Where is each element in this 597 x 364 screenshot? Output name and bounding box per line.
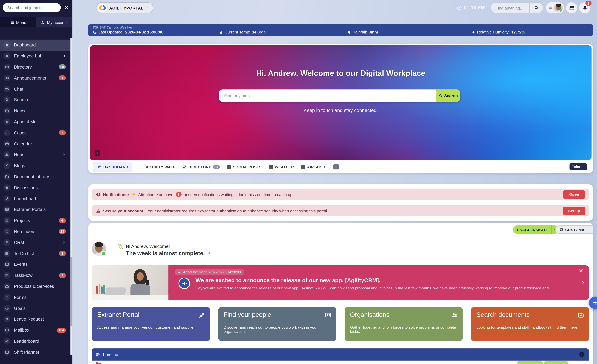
- chevron-right-icon[interactable]: [581, 280, 586, 286]
- sidebar-item-blogs[interactable]: Blogs: [0, 160, 71, 171]
- tab-weather[interactable]: WEATHER: [269, 165, 294, 169]
- setup-2fa-button[interactable]: Set up: [563, 206, 585, 215]
- sidebar-item-directory[interactable]: Directory30: [0, 62, 71, 72]
- bell-icon: [131, 192, 136, 197]
- dashboard-tabs: DASHBOARD ACTIVITY WALL DIRECTORY 30 SOC…: [90, 160, 592, 173]
- card-organisations[interactable]: Organisations Gather together and join f…: [345, 307, 463, 341]
- sidebar-scrollbar[interactable]: [71, 38, 72, 355]
- card-search-documents[interactable]: Search documents Looking for templates a…: [471, 307, 589, 341]
- sidebar-item-todo-list[interactable]: To-Do List1: [0, 248, 71, 259]
- sidebar-item-mailbox[interactable]: Mailbox134: [0, 325, 71, 336]
- sidebar-item-forms[interactable]: Forms: [0, 292, 71, 303]
- folder-plus-icon: [578, 312, 584, 318]
- weather-temp: Current Temp:34.06°C: [219, 30, 267, 34]
- person-check-icon: [3, 119, 10, 125]
- sidebar-item-news[interactable]: News: [0, 105, 71, 116]
- sidebar-item-shift-planner[interactable]: Shift Planner: [0, 347, 71, 357]
- rocket-icon: [198, 312, 205, 318]
- weather-humidity: Relative Humidity:17.72%: [471, 30, 525, 34]
- calendar-button[interactable]: [566, 2, 577, 13]
- thermometer-icon: [219, 30, 223, 34]
- avatar: [554, 3, 563, 12]
- card-extranet-portal[interactable]: Extranet Portal Access and manage your v…: [92, 307, 210, 341]
- sidebar-tab-menu[interactable]: Menu: [0, 17, 36, 27]
- sidebar-scrollbar-thumb[interactable]: [71, 257, 72, 326]
- sidebar-item-employee-hub[interactable]: Employee hub: [0, 51, 71, 62]
- sidebar-item-announcements[interactable]: Announcements1: [0, 72, 71, 83]
- calendar-icon: [569, 5, 574, 10]
- timeline-info-icon[interactable]: [579, 351, 585, 357]
- sidebar-item-calendar[interactable]: Calendar: [0, 138, 71, 149]
- announcement-body: Hey,We are excited to announce the relea…: [196, 286, 562, 290]
- announcement-image: [92, 265, 168, 300]
- sidebar-item-dashboard[interactable]: Dashboard: [0, 40, 71, 51]
- search-icon[interactable]: [530, 5, 543, 10]
- sidebar-item-launchpad[interactable]: Launchpad: [0, 193, 71, 204]
- hero-search-input[interactable]: [219, 89, 436, 102]
- sidebar-close-icon[interactable]: [62, 3, 70, 11]
- home-icon: [97, 165, 102, 169]
- calendar-icon: [3, 261, 10, 268]
- sidebar-item-discussions[interactable]: Discussions: [0, 182, 71, 193]
- user-avatar: [92, 242, 106, 256]
- sidebar-item-extranet-portals[interactable]: Extranet Portals: [0, 204, 71, 215]
- header-search-input[interactable]: [491, 6, 529, 10]
- sidebar-item-document-library[interactable]: Document Library: [0, 171, 71, 182]
- sidebar-tab-my-account[interactable]: My account: [36, 17, 72, 27]
- add-tab-button[interactable]: [333, 164, 339, 169]
- notifications-button[interactable]: 8: [579, 2, 590, 13]
- sidebar-item-crm[interactable]: CRM: [0, 237, 71, 248]
- timeline-expand-button[interactable]: Expand: [517, 361, 543, 364]
- header-search[interactable]: [491, 2, 543, 13]
- sidebar-item-hubs[interactable]: Hubs: [0, 149, 71, 160]
- sidebar-item-products-services[interactable]: Products & Services: [0, 281, 71, 292]
- info-icon: [96, 192, 101, 197]
- usage-insight-button[interactable]: USAGE INSIGHT: [513, 225, 559, 234]
- tab-activity-wall[interactable]: ACTIVITY WALL: [140, 165, 175, 169]
- count-badge: 30: [213, 165, 220, 169]
- brand-name: AGILITYPORTAL: [109, 6, 144, 10]
- clock-icon: [93, 30, 97, 34]
- tile-icon: [227, 165, 231, 169]
- caret-down-icon[interactable]: [592, 226, 593, 233]
- sidebar-item-events[interactable]: Events: [0, 259, 71, 270]
- profile-menu-button[interactable]: [546, 2, 564, 13]
- customise-button[interactable]: CUSTOMISE: [555, 225, 593, 234]
- sidebar-menu: Dashboard Employee hub Directory30 Annou…: [0, 40, 71, 357]
- timeline-export-button[interactable]: Export: [544, 361, 568, 364]
- tab-dashboard[interactable]: DASHBOARD: [93, 162, 133, 172]
- sidebar-item-leaderboard[interactable]: Leaderboard: [0, 336, 71, 347]
- tab-airtable[interactable]: AIRTABLE: [301, 165, 326, 169]
- sidebar: Menu My account Dashboard Employee hub D…: [0, 0, 72, 364]
- globe-icon: [96, 352, 100, 356]
- open-notifications-button[interactable]: Open: [563, 190, 585, 199]
- card-find-your-people[interactable]: Find your people Discover and reach out …: [218, 307, 336, 341]
- sidebar-search-input[interactable]: [7, 5, 57, 10]
- mail-icon: [3, 327, 10, 334]
- tab-social-posts[interactable]: SOCIAL POSTS: [227, 165, 262, 169]
- tile-icon: [269, 165, 273, 169]
- hero-corner-badge[interactable]: I: [95, 150, 100, 156]
- bars-icon: [140, 165, 144, 169]
- sidebar-item-taskflow[interactable]: TaskFlow1: [0, 270, 71, 281]
- sidebar-search[interactable]: [3, 3, 61, 12]
- sidebar-item-projects[interactable]: Projects6: [0, 215, 71, 226]
- sidebar-item-goals[interactable]: Goals: [0, 303, 71, 314]
- sidebar-item-reminders[interactable]: Reminders23: [0, 226, 71, 237]
- sidebar-item-chat[interactable]: Chat: [0, 83, 71, 95]
- close-icon[interactable]: [579, 268, 584, 274]
- search-icon: [3, 96, 10, 103]
- sidebar-item-cases[interactable]: Cases7: [0, 127, 71, 138]
- tabs-dropdown-button[interactable]: Tabs: [569, 163, 587, 170]
- tab-directory[interactable]: DIRECTORY 30: [182, 165, 220, 169]
- tile-icon: [301, 165, 305, 169]
- announcement-date-chip: Announcement: 2026-02-25 14:30:00: [175, 269, 244, 275]
- brand-switcher[interactable]: AGILITYPORTAL: [96, 2, 153, 13]
- sidebar-item-appoint-me[interactable]: Appoint Me: [0, 116, 71, 127]
- announcement-banner[interactable]: Announcement: 2026-02-25 14:30:00 We are…: [92, 265, 589, 300]
- sidebar-item-search[interactable]: Search: [0, 95, 71, 105]
- hero-search-button[interactable]: Search: [436, 89, 460, 102]
- hero-search[interactable]: Search: [219, 89, 460, 102]
- agilityportal-logo-icon: [98, 3, 107, 12]
- sidebar-item-leave-request[interactable]: Leave Request: [0, 314, 71, 325]
